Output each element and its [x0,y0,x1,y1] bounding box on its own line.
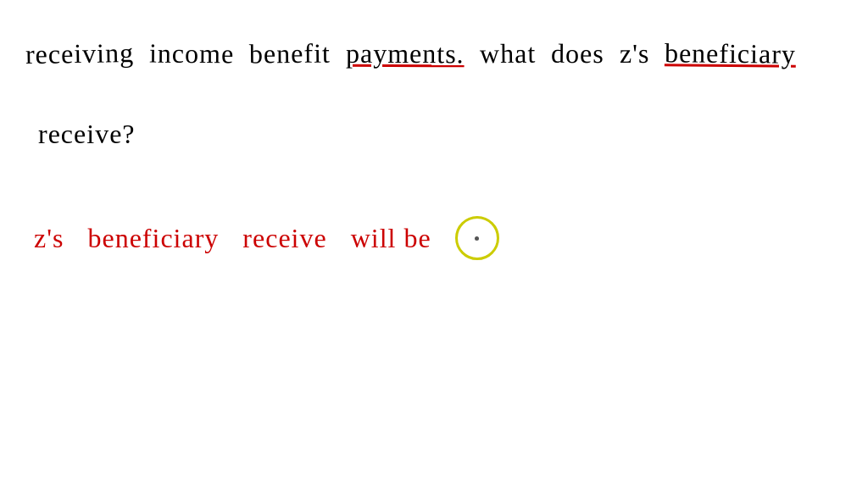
word-receiving: receiving [25,37,135,70]
line1: receiving income benefit payments. what … [25,38,796,69]
answer-circle [455,216,499,260]
main-content: receiving income benefit payments. what … [0,0,868,488]
word-receive-question: receive? [38,119,136,150]
word-income: income [149,38,235,70]
word-does: does [551,38,604,69]
line3: z's beneficiary receive will be [34,216,499,260]
word-receive-line3: receive [242,223,326,254]
word-beneficiary-line3: beneficiary [87,223,219,254]
word-payments: payments. [346,38,465,70]
word-z1: z's [619,38,649,69]
word-z2: z's [34,223,64,254]
word-will-be: will be [351,223,431,254]
line2: receive? [38,119,136,150]
circle-dot [475,236,479,241]
word-benefit: benefit [249,38,331,70]
word-what: what [480,38,537,70]
word-beneficiary-line1: beneficiary [665,37,796,69]
